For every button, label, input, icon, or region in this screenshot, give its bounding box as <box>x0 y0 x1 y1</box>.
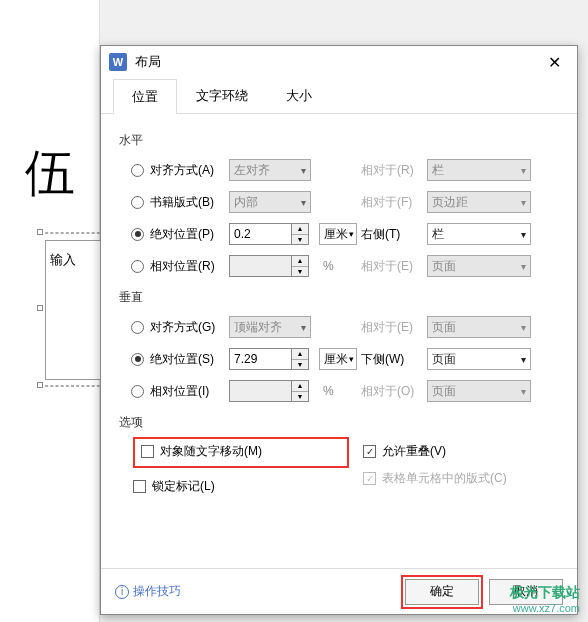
radio-h-abs[interactable] <box>131 228 144 241</box>
combo-v-rel-target[interactable]: 页面 <box>427 380 531 402</box>
titlebar: W 布局 ✕ <box>101 46 577 78</box>
spin-down-icon[interactable]: ▼ <box>292 235 308 245</box>
spinner-h-rel[interactable]: ▲▼ <box>229 255 311 277</box>
spin-down-icon[interactable]: ▼ <box>292 267 308 277</box>
document-character: 伍 <box>25 140 75 207</box>
label-v-rel-rel: 相对于(O) <box>361 383 427 400</box>
spin-down-icon[interactable]: ▼ <box>292 360 308 370</box>
label-v-abs-side: 下侧(W) <box>361 351 427 368</box>
label-h-book-rel: 相对于(F) <box>361 194 427 211</box>
checkbox-icon <box>133 480 146 493</box>
combo-h-book-value[interactable]: 内部 <box>229 191 311 213</box>
label-v-align: 对齐方式(G) <box>150 319 215 336</box>
resize-handle[interactable] <box>37 305 43 311</box>
input-v-rel <box>229 380 291 402</box>
tab-size[interactable]: 大小 <box>267 78 331 113</box>
checkbox-lock-anchor[interactable]: 锁定标记(L) <box>133 478 349 495</box>
section-options: 选项 <box>119 414 559 431</box>
app-icon: W <box>109 53 127 71</box>
row-v-abs: 绝对位置(S) ▲▼ 厘米 下侧(W) 页面 <box>119 344 559 374</box>
tab-bar: 位置 文字环绕 大小 <box>101 78 577 114</box>
spinner-v-abs[interactable]: ▲▼ <box>229 348 311 370</box>
spin-up-icon[interactable]: ▲ <box>292 224 308 235</box>
combo-h-align-value[interactable]: 左对齐 <box>229 159 311 181</box>
text-input-box[interactable]: 输入 <box>45 240 105 380</box>
combo-v-align-target[interactable]: 页面 <box>427 316 531 338</box>
checkbox-table-layout: ✓ 表格单元格中的版式(C) <box>363 470 507 487</box>
spin-up-icon[interactable]: ▲ <box>292 256 308 267</box>
help-text: 操作技巧 <box>133 583 181 600</box>
help-icon: i <box>115 585 129 599</box>
label-lock-anchor: 锁定标记(L) <box>152 478 215 495</box>
section-vertical: 垂直 <box>119 289 559 306</box>
spinner-v-rel[interactable]: ▲▼ <box>229 380 311 402</box>
input-h-rel <box>229 255 291 277</box>
checkbox-icon: ✓ <box>363 445 376 458</box>
input-v-abs[interactable] <box>229 348 291 370</box>
checkbox-allow-overlap[interactable]: ✓ 允许重叠(V) <box>363 443 507 460</box>
label-h-align: 对齐方式(A) <box>150 162 214 179</box>
combo-h-abs-unit[interactable]: 厘米 <box>319 223 357 245</box>
combo-v-abs-target[interactable]: 页面 <box>427 348 531 370</box>
label-h-rel: 相对位置(R) <box>150 258 215 275</box>
help-link[interactable]: i 操作技巧 <box>115 583 181 600</box>
label-h-abs-side: 右侧(T) <box>361 226 427 243</box>
tab-position[interactable]: 位置 <box>113 79 177 114</box>
row-h-book: 书籍版式(B) 内部 相对于(F) 页边距 <box>119 187 559 217</box>
selection-dash <box>40 385 105 387</box>
resize-handle[interactable] <box>37 229 43 235</box>
spin-up-icon[interactable]: ▲ <box>292 381 308 392</box>
close-button[interactable]: ✕ <box>539 50 569 74</box>
label-h-abs: 绝对位置(P) <box>150 226 214 243</box>
dialog-footer: i 操作技巧 确定 取消 <box>101 568 577 614</box>
input-h-abs[interactable] <box>229 223 291 245</box>
radio-v-rel[interactable] <box>131 385 144 398</box>
combo-v-abs-unit[interactable]: 厘米 <box>319 348 357 370</box>
watermark: 极光下载站 www.xz7.com <box>510 584 580 614</box>
spin-down-icon[interactable]: ▼ <box>292 392 308 402</box>
label-table-layout: 表格单元格中的版式(C) <box>382 470 507 487</box>
ok-button[interactable]: 确定 <box>405 579 479 605</box>
radio-h-align[interactable] <box>131 164 144 177</box>
checkbox-icon <box>141 445 154 458</box>
combo-h-align-target[interactable]: 栏 <box>427 159 531 181</box>
combo-h-book-target[interactable]: 页边距 <box>427 191 531 213</box>
section-horizontal: 水平 <box>119 132 559 149</box>
checkbox-move-with-text[interactable]: 对象随文字移动(M) <box>141 443 339 460</box>
radio-h-rel[interactable] <box>131 260 144 273</box>
unit-h-rel: % <box>319 259 357 273</box>
combo-h-rel-target[interactable]: 页面 <box>427 255 531 277</box>
row-h-abs: 绝对位置(P) ▲▼ 厘米 右侧(T) 栏 <box>119 219 559 249</box>
radio-v-abs[interactable] <box>131 353 144 366</box>
row-v-rel: 相对位置(I) ▲▼ % 相对于(O) 页面 <box>119 376 559 406</box>
radio-v-align[interactable] <box>131 321 144 334</box>
tab-wrap[interactable]: 文字环绕 <box>177 78 267 113</box>
watermark-url: www.xz7.com <box>510 602 580 614</box>
combo-h-abs-target[interactable]: 栏 <box>427 223 531 245</box>
watermark-logo: 极光下载站 <box>510 584 580 602</box>
label-h-book: 书籍版式(B) <box>150 194 214 211</box>
label-h-rel-rel: 相对于(E) <box>361 258 427 275</box>
row-h-align: 对齐方式(A) 左对齐 相对于(R) 栏 <box>119 155 559 185</box>
label-allow-overlap: 允许重叠(V) <box>382 443 446 460</box>
layout-dialog: W 布局 ✕ 位置 文字环绕 大小 水平 对齐方式(A) 左对齐 相对于(R) … <box>100 45 578 615</box>
checkbox-icon: ✓ <box>363 472 376 485</box>
label-v-rel: 相对位置(I) <box>150 383 209 400</box>
label-move-with-text: 对象随文字移动(M) <box>160 443 262 460</box>
highlight-move-with-text: 对象随文字移动(M) <box>133 437 349 468</box>
dialog-content: 水平 对齐方式(A) 左对齐 相对于(R) 栏 书籍版式(B) 内部 相对于(F… <box>101 114 577 495</box>
row-v-align: 对齐方式(G) 顶端对齐 相对于(E) 页面 <box>119 312 559 342</box>
label-v-abs: 绝对位置(S) <box>150 351 214 368</box>
unit-v-rel: % <box>319 384 357 398</box>
label-h-align-rel: 相对于(R) <box>361 162 427 179</box>
label-v-align-rel: 相对于(E) <box>361 319 427 336</box>
spin-up-icon[interactable]: ▲ <box>292 349 308 360</box>
radio-h-book[interactable] <box>131 196 144 209</box>
selection-dash <box>40 232 105 234</box>
options-row: 对象随文字移动(M) 锁定标记(L) ✓ 允许重叠(V) ✓ 表格单元格中的版式… <box>119 437 559 495</box>
dialog-title: 布局 <box>135 53 539 71</box>
spinner-h-abs[interactable]: ▲▼ <box>229 223 311 245</box>
resize-handle[interactable] <box>37 382 43 388</box>
combo-v-align-value[interactable]: 顶端对齐 <box>229 316 311 338</box>
row-h-rel: 相对位置(R) ▲▼ % 相对于(E) 页面 <box>119 251 559 281</box>
